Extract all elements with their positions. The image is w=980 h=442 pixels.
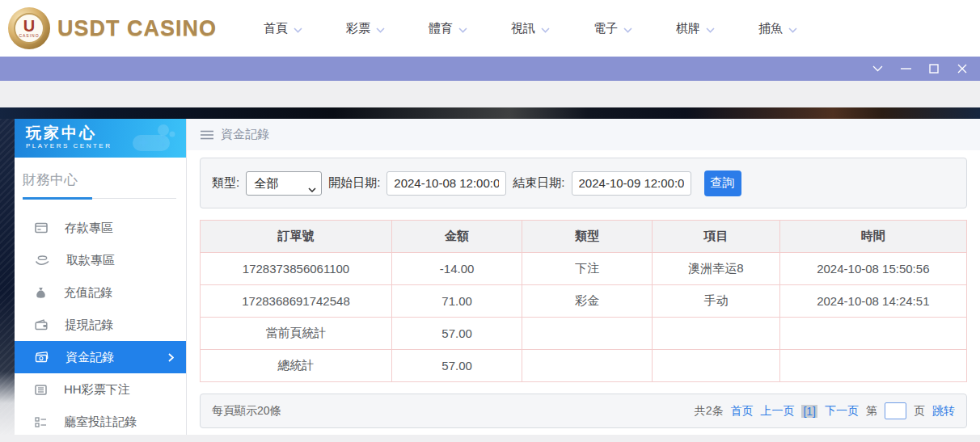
table-row-page-total: 當前頁統計 57.00 [201, 318, 967, 350]
sidebar-item-room-bet-records[interactable]: 廳室投註記錄 [15, 406, 186, 438]
window-close-icon[interactable] [956, 62, 969, 75]
col-type: 類型 [522, 221, 653, 253]
gamepad-icon [126, 124, 178, 158]
cell-empty [522, 350, 653, 382]
chevron-down-icon [706, 22, 715, 36]
cell-time: 2024-10-08 15:50:56 [779, 253, 966, 285]
sidebar-header: 玩家中心 PLAYERS CENTER [15, 119, 186, 158]
chevron-right-icon [168, 353, 174, 362]
deposit-icon [35, 222, 48, 234]
start-date-label: 開始日期: [328, 175, 380, 191]
sidebar-item-label: 廳室投註記錄 [64, 415, 137, 430]
logo-letter: U [23, 19, 35, 33]
table-row: 1728373856061100 -14.00 下注 澳洲幸运8 2024-10… [201, 253, 967, 285]
page-jump-input[interactable] [885, 402, 906, 419]
main-panel: 資金記錄 類型: 全部 開始日期: 結束日期: 查詢 [187, 119, 980, 435]
cell-label: 總統計 [201, 350, 392, 382]
pagination-bar: 每頁顯示20條 共2条 首页 上一页 [1] 下一页 第 页 跳转 [200, 394, 967, 428]
page-size-text: 每頁顯示20條 [212, 404, 281, 419]
chevron-down-icon [541, 22, 550, 36]
cell-label: 當前頁統計 [201, 318, 392, 350]
nav-label: 視訊 [511, 21, 535, 36]
sidebar-item-deposit[interactable]: 存款專區 [15, 212, 186, 244]
next-page-link[interactable]: 下一页 [825, 404, 859, 419]
current-page-indicator[interactable]: [1] [801, 405, 817, 418]
sidebar-item-label: 充值記錄 [64, 285, 112, 301]
cell-amount: 57.00 [392, 350, 522, 382]
breadcrumb: 資金記錄 [187, 119, 980, 150]
sidebar-item-label: 存款專區 [65, 221, 113, 236]
cell-empty [653, 350, 779, 382]
sidebar-item-label: HH彩票下注 [64, 382, 130, 398]
cell-type: 彩金 [522, 285, 653, 318]
nav-item-slots[interactable]: 電子 [593, 21, 632, 36]
nav-item-fishing[interactable]: 捕魚 [758, 21, 797, 36]
end-date-input[interactable] [572, 171, 691, 196]
nav-label: 電子 [593, 21, 618, 36]
sidebar-item-recharge-records[interactable]: 充值記錄 [15, 276, 186, 309]
cell-empty [779, 350, 966, 382]
main-body: 類型: 全部 開始日期: 結束日期: 查詢 訂單號 [187, 150, 980, 428]
sidebar-item-label: 資金記錄 [65, 350, 114, 365]
first-page-link[interactable]: 首页 [730, 404, 753, 419]
cell-amount: 57.00 [392, 318, 522, 350]
cell-order-number: 1728373856061100 [201, 253, 392, 285]
sidebar-section: 財務中心 [15, 158, 186, 199]
end-date-label: 結束日期: [513, 175, 564, 191]
col-time: 時間 [779, 221, 966, 253]
total-count-text: 共2条 [695, 404, 724, 419]
cell-amount: 71.00 [392, 285, 522, 318]
recharge-record-icon [35, 287, 47, 299]
jump-link[interactable]: 跳转 [932, 404, 955, 419]
nav-item-lottery[interactable]: 彩票 [346, 21, 385, 36]
sidebar-item-withdraw[interactable]: 取款專區 [15, 244, 186, 276]
nav-item-sports[interactable]: 體育 [429, 21, 467, 36]
chevron-down-icon [458, 22, 467, 36]
jump-prefix-text: 第 [866, 404, 877, 419]
window-maximize-icon[interactable] [927, 62, 940, 75]
withdrawal-record-icon [35, 319, 48, 330]
type-label: 類型: [212, 175, 239, 191]
type-select[interactable]: 全部 [246, 171, 322, 196]
start-date-input[interactable] [387, 171, 506, 196]
sidebar: 玩家中心 PLAYERS CENTER 財務中心 存款專區 取款專區 充值記錄 [15, 119, 187, 435]
cell-amount: -14.00 [392, 253, 522, 285]
finance-center-heading: 財務中心 [23, 170, 176, 199]
cell-empty [779, 318, 966, 350]
cell-order-number: 1728368691742548 [201, 285, 392, 318]
withdraw-icon [35, 255, 49, 266]
lottery-bets-icon [35, 385, 47, 395]
table-row-grand-total: 總統計 57.00 [201, 350, 967, 382]
window-collapse-icon[interactable] [871, 62, 884, 75]
cell-type: 下注 [522, 253, 653, 285]
logo-mini-text: CASINO [19, 33, 39, 38]
prev-page-link[interactable]: 上一页 [760, 404, 794, 419]
jump-suffix-text: 页 [914, 404, 925, 419]
cell-time: 2024-10-08 14:24:51 [779, 285, 966, 318]
window-minimize-icon[interactable] [899, 62, 912, 75]
page-gap-strip [0, 81, 980, 107]
pager: 共2条 首页 上一页 [1] 下一页 第 页 跳转 [695, 402, 955, 419]
sidebar-item-label: 取款專區 [66, 253, 115, 268]
dark-banner-strip [0, 107, 980, 119]
window-titlebar [0, 57, 980, 81]
cell-empty [522, 318, 653, 350]
site-logo[interactable]: U CASINO USDT CASINO [8, 7, 217, 49]
sidebar-item-funds-records[interactable]: 資金記錄 [15, 341, 186, 373]
funds-table: 訂單號 金額 類型 項目 時間 1728373856061100 -14.00 … [200, 220, 967, 382]
nav-label: 捕魚 [758, 21, 783, 36]
query-button[interactable]: 查詢 [704, 170, 741, 196]
main-nav: 首頁 彩票 體育 視訊 電子 棋牌 捕魚 [264, 21, 797, 36]
nav-label: 首頁 [264, 21, 288, 36]
nav-item-home[interactable]: 首頁 [264, 21, 302, 36]
hamburger-icon[interactable] [201, 130, 213, 140]
nav-item-cards[interactable]: 棋牌 [676, 21, 715, 36]
funds-record-icon [35, 351, 49, 363]
nav-label: 棋牌 [676, 21, 700, 36]
sidebar-menu: 存款專區 取款專區 充值記錄 提現記錄 資金記錄 HH彩票下注 [15, 212, 186, 438]
sidebar-item-withdrawal-records[interactable]: 提現記錄 [15, 309, 186, 341]
sidebar-item-hh-lottery-bets[interactable]: HH彩票下注 [15, 373, 186, 406]
page-title: 資金記錄 [221, 127, 269, 142]
nav-item-video[interactable]: 視訊 [511, 21, 550, 36]
chevron-down-icon [376, 22, 385, 36]
